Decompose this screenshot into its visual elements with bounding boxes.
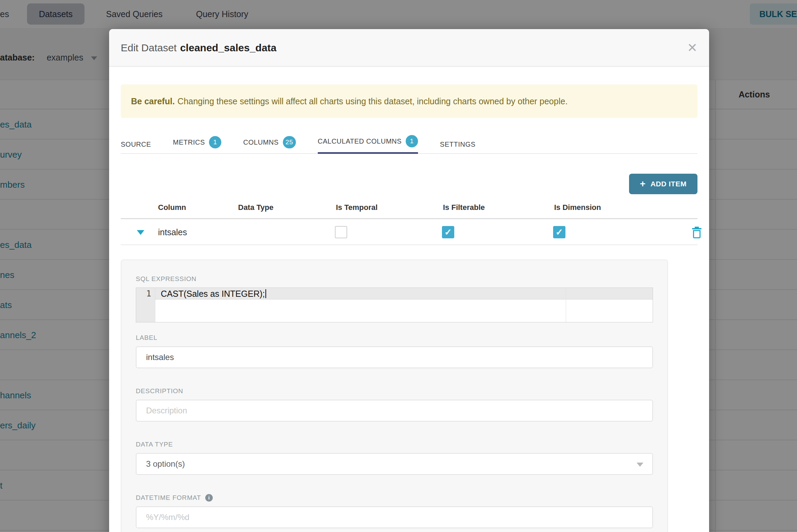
warning-bold: Be careful. (131, 96, 175, 106)
add-item-row: + ADD ITEM (121, 174, 697, 194)
is-temporal-checkbox[interactable] (335, 226, 347, 238)
description-field-label: DESCRIPTION (136, 387, 653, 395)
datetime-format-input[interactable] (136, 506, 653, 528)
header-is-dimension: Is Dimension (554, 203, 601, 212)
description-input[interactable] (136, 400, 653, 422)
edit-dataset-modal: Edit Datasetcleaned_sales_data ✕ Be care… (109, 29, 709, 532)
is-dimension-checkbox[interactable]: ✓ (553, 226, 565, 238)
data-type-value: 3 option(s) (146, 459, 185, 468)
plus-icon: + (640, 178, 646, 189)
data-type-field-label: DATA TYPE (136, 441, 653, 448)
tab-columns[interactable]: COLUMNS25 (243, 136, 296, 153)
modal-tabs: SOURCE METRICS1 COLUMNS25 CALCULATED COL… (121, 135, 697, 154)
column-detail-panel: SQL EXPRESSION 1 CAST(Sales as INTEGER);… (121, 260, 668, 532)
label-label-text: LABEL (136, 334, 157, 342)
tab-settings-label: SETTINGS (440, 141, 475, 148)
column-name: intsales (158, 219, 187, 245)
delete-trash-icon[interactable] (691, 227, 702, 238)
warning-banner: Be careful.Changing these settings will … (121, 84, 697, 118)
modal-title-dataset-name: cleaned_sales_data (180, 42, 276, 53)
tab-metrics-label: METRICS (173, 138, 205, 146)
datetime-format-label-text: DATETIME FORMAT (136, 494, 201, 502)
tab-metrics[interactable]: METRICS1 (173, 136, 222, 153)
tab-columns-label: COLUMNS (243, 138, 279, 146)
editor-line-number: 1 (136, 288, 151, 300)
header-column: Column (158, 203, 186, 212)
tab-source[interactable]: SOURCE (121, 141, 151, 153)
is-filterable-checkbox[interactable]: ✓ (442, 226, 454, 238)
tab-calculated-columns[interactable]: CALCULATED COLUMNS1 (318, 135, 418, 154)
screen: es Datasets Saved Queries Query History … (0, 0, 797, 532)
modal-body: Be careful.Changing these settings will … (109, 84, 709, 532)
label-field-label: LABEL (136, 334, 653, 342)
add-item-label: ADD ITEM (651, 180, 687, 188)
select-caret-icon[interactable] (637, 463, 643, 467)
sql-code-text: CAST(Sales as INTEGER); (161, 289, 265, 298)
data-type-label-text: DATA TYPE (136, 441, 173, 448)
editor-print-margin (566, 288, 566, 322)
header-is-temporal: Is Temporal (336, 203, 378, 212)
info-icon[interactable]: i (205, 494, 213, 502)
calculated-columns-header-row: Column Data Type Is Temporal Is Filterab… (121, 203, 697, 212)
text-cursor (265, 289, 266, 298)
close-icon[interactable]: ✕ (687, 29, 697, 67)
sql-code[interactable]: CAST(Sales as INTEGER); (161, 288, 266, 300)
collapse-caret-icon[interactable] (137, 230, 144, 235)
modal-header: Edit Datasetcleaned_sales_data ✕ (109, 29, 709, 67)
sql-expression-editor[interactable]: 1 CAST(Sales as INTEGER); (136, 288, 653, 322)
tab-settings[interactable]: SETTINGS (440, 141, 475, 153)
calculated-columns-count-badge: 1 (406, 135, 418, 147)
datetime-format-field-label: DATETIME FORMAT i (136, 494, 653, 502)
label-input[interactable] (136, 346, 653, 368)
data-type-select[interactable]: 3 option(s) (136, 453, 653, 475)
description-label-text: DESCRIPTION (136, 387, 183, 395)
add-item-button[interactable]: + ADD ITEM (629, 174, 697, 194)
modal-title: Edit Dataset (121, 42, 177, 53)
header-is-filterable: Is Filterable (443, 203, 485, 212)
tab-source-label: SOURCE (121, 141, 151, 148)
columns-count-badge: 25 (283, 136, 296, 148)
warning-text: Changing these settings will affect all … (178, 96, 568, 106)
header-data-type: Data Type (238, 203, 274, 212)
sql-expression-label: SQL EXPRESSION (136, 275, 653, 283)
tab-calculated-columns-label: CALCULATED COLUMNS (318, 137, 402, 145)
calculated-column-row-intsales: intsales ✓ ✓ (121, 219, 697, 245)
metrics-count-badge: 1 (209, 136, 221, 148)
